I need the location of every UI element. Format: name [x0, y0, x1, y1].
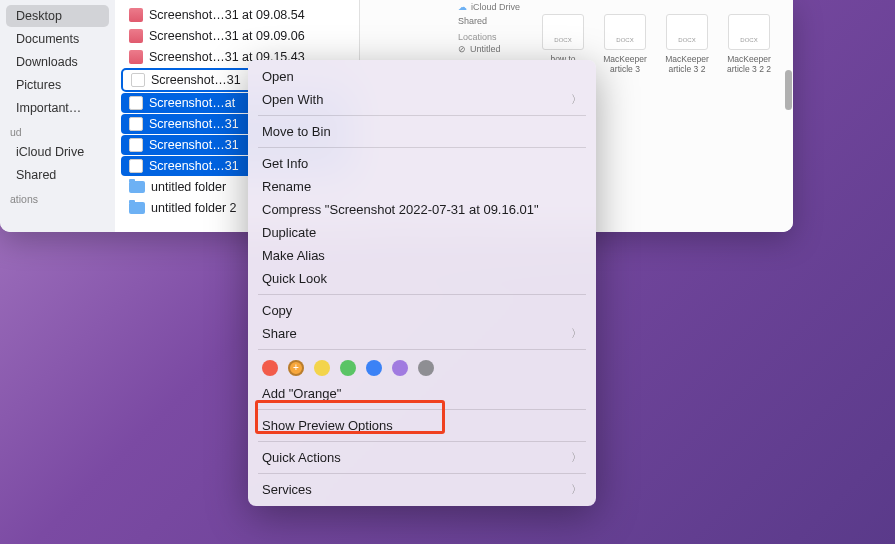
menu-separator [258, 294, 586, 295]
file-icon [131, 73, 145, 87]
preview-side-item: iCloud Drive [471, 2, 520, 12]
file-name: Screenshot…31 [149, 138, 239, 152]
menu-get-info[interactable]: Get Info [248, 152, 596, 175]
menu-open[interactable]: Open [248, 65, 596, 88]
tag-color-6[interactable] [418, 360, 434, 376]
menu-quick-actions[interactable]: Quick Actions〉 [248, 446, 596, 469]
annotation-highlight-box [255, 400, 445, 434]
list-item[interactable]: Screenshot…31 at 09.08.54 [121, 5, 353, 25]
sidebar-item-icloud-drive[interactable]: iCloud Drive [6, 141, 109, 163]
menu-separator [258, 441, 586, 442]
menu-quick-look[interactable]: Quick Look [248, 267, 596, 290]
menu-separator [258, 147, 586, 148]
folder-icon [129, 181, 145, 193]
chevron-right-icon: 〉 [571, 92, 582, 107]
file-name: Screenshot…31 [149, 159, 239, 173]
sidebar-section-header: ations [0, 187, 115, 207]
doc-icon [604, 14, 646, 50]
chevron-right-icon: 〉 [571, 482, 582, 497]
preview-thumbnail[interactable]: MacKeeper article 3 2 2 [724, 14, 774, 84]
file-icon [129, 29, 143, 43]
menu-separator [258, 349, 586, 350]
menu-services[interactable]: Services〉 [248, 478, 596, 501]
menu-share[interactable]: Share〉 [248, 322, 596, 345]
tag-color-3[interactable] [340, 360, 356, 376]
file-name: Screenshot…31 at 09.09.06 [149, 29, 305, 43]
tag-color-0[interactable] [262, 360, 278, 376]
preview-side-item: Untitled [470, 44, 501, 54]
context-menu: Open Open With〉 Move to Bin Get Info Ren… [248, 60, 596, 506]
list-item[interactable]: Screenshot…31 at 09.09.06 [121, 26, 353, 46]
preview-thumbnail[interactable]: MacKeeper article 3 2 [662, 14, 712, 84]
file-icon [129, 50, 143, 64]
menu-separator [258, 115, 586, 116]
sidebar-item-shared[interactable]: Shared [6, 164, 109, 186]
file-name: Screenshot…31 [149, 117, 239, 131]
chevron-right-icon: 〉 [571, 326, 582, 341]
menu-compress[interactable]: Compress "Screenshot 2022-07-31 at 09.16… [248, 198, 596, 221]
menu-move-to-bin[interactable]: Move to Bin [248, 120, 596, 143]
menu-rename[interactable]: Rename [248, 175, 596, 198]
file-name: Screenshot…31 at 09.08.54 [149, 8, 305, 22]
file-name: untitled folder 2 [151, 201, 236, 215]
menu-separator [258, 473, 586, 474]
tag-color-4[interactable] [366, 360, 382, 376]
sidebar: DesktopDocumentsDownloadsPicturesImporta… [0, 0, 115, 232]
preview-side-header: Locations [452, 28, 528, 43]
file-name: untitled folder [151, 180, 226, 194]
file-name: Screenshot…at [149, 96, 235, 110]
preview-side-item: Shared [452, 14, 528, 28]
sidebar-item-important[interactable]: Important… [6, 97, 109, 119]
sidebar-item-documents[interactable]: Documents [6, 28, 109, 50]
chevron-right-icon: 〉 [571, 450, 582, 465]
tag-color-1[interactable]: + [288, 360, 304, 376]
folder-icon [129, 202, 145, 214]
file-icon [129, 8, 143, 22]
menu-open-with[interactable]: Open With〉 [248, 88, 596, 111]
tag-color-5[interactable] [392, 360, 408, 376]
preview-thumbnail[interactable]: MacKeeper article 3 [600, 14, 650, 84]
menu-tags-row: + [248, 354, 596, 382]
sidebar-item-downloads[interactable]: Downloads [6, 51, 109, 73]
sidebar-section-header: ud [0, 120, 115, 140]
menu-duplicate[interactable]: Duplicate [248, 221, 596, 244]
file-name: Screenshot…31 [151, 73, 241, 87]
sidebar-item-pictures[interactable]: Pictures [6, 74, 109, 96]
menu-make-alias[interactable]: Make Alias [248, 244, 596, 267]
tag-color-2[interactable] [314, 360, 330, 376]
menu-copy[interactable]: Copy [248, 299, 596, 322]
doc-icon [728, 14, 770, 50]
doc-icon [542, 14, 584, 50]
doc-icon [666, 14, 708, 50]
file-icon [129, 96, 143, 110]
file-icon [129, 159, 143, 173]
file-icon [129, 117, 143, 131]
file-icon [129, 138, 143, 152]
sidebar-item-desktop[interactable]: Desktop [6, 5, 109, 27]
